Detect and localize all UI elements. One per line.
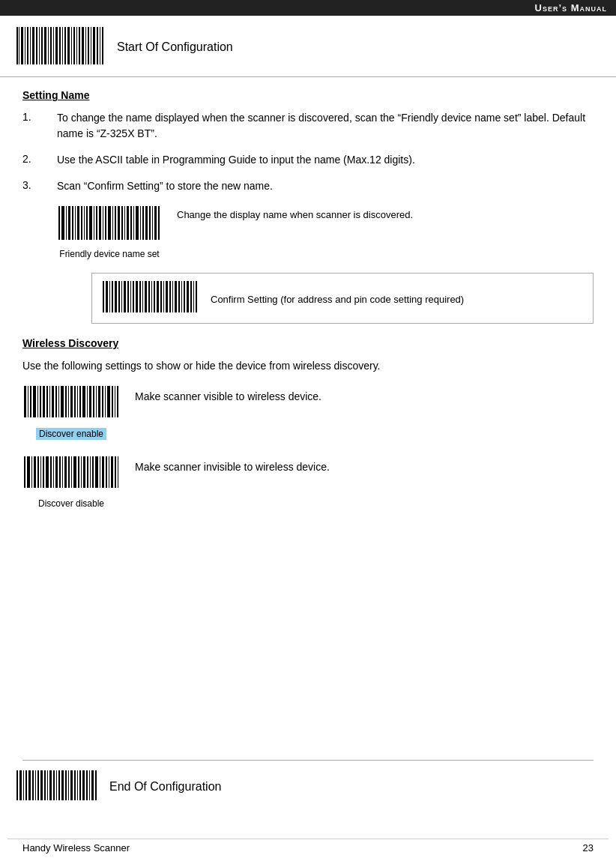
svg-rect-136 bbox=[53, 456, 54, 488]
svg-rect-24 bbox=[85, 27, 86, 64]
friendly-barcode-label: Friendly device name set bbox=[59, 249, 159, 259]
svg-rect-0 bbox=[16, 27, 18, 64]
svg-rect-154 bbox=[109, 456, 109, 488]
svg-rect-184 bbox=[95, 770, 97, 800]
svg-rect-73 bbox=[130, 281, 131, 312]
svg-rect-141 bbox=[68, 456, 70, 488]
svg-rect-103 bbox=[46, 386, 48, 417]
svg-rect-12 bbox=[50, 27, 52, 64]
svg-rect-74 bbox=[133, 281, 134, 312]
svg-rect-89 bbox=[178, 281, 180, 312]
svg-rect-71 bbox=[124, 281, 126, 312]
svg-rect-45 bbox=[103, 206, 103, 240]
svg-rect-100 bbox=[37, 386, 38, 417]
svg-rect-86 bbox=[169, 281, 171, 312]
svg-rect-7 bbox=[36, 27, 37, 64]
svg-rect-56 bbox=[136, 206, 139, 240]
confirm-barcode-desc: Confirm Setting (for address and pin cod… bbox=[211, 289, 464, 307]
svg-rect-161 bbox=[25, 770, 27, 800]
svg-rect-21 bbox=[76, 27, 77, 64]
svg-rect-146 bbox=[83, 456, 85, 488]
svg-rect-147 bbox=[87, 456, 88, 488]
svg-rect-133 bbox=[43, 456, 44, 488]
discover-enable-label: Discover enable bbox=[36, 428, 106, 440]
config-end-label: End Of Configuration bbox=[109, 780, 221, 794]
friendly-barcode-row: Friendly device name set Change the disp… bbox=[57, 205, 594, 259]
confirm-barcode-svg bbox=[101, 280, 199, 317]
friendly-barcode-col: Friendly device name set bbox=[57, 205, 162, 259]
svg-rect-162 bbox=[28, 770, 31, 800]
step-1: 1. To change the name displayed when the… bbox=[22, 110, 594, 142]
svg-rect-181 bbox=[86, 770, 88, 800]
svg-rect-25 bbox=[88, 27, 89, 64]
svg-rect-176 bbox=[70, 770, 73, 800]
svg-rect-65 bbox=[106, 281, 108, 312]
svg-rect-76 bbox=[139, 281, 141, 312]
svg-rect-182 bbox=[89, 770, 90, 800]
svg-rect-164 bbox=[35, 770, 36, 800]
svg-rect-80 bbox=[151, 281, 152, 312]
setting-name-title: Setting Name bbox=[22, 89, 594, 101]
step-3-text: Scan “Confirm Setting” to store the new … bbox=[57, 178, 273, 194]
svg-rect-29 bbox=[100, 27, 100, 64]
svg-rect-96 bbox=[24, 386, 26, 417]
svg-rect-68 bbox=[115, 281, 117, 312]
svg-rect-26 bbox=[91, 27, 91, 64]
svg-rect-4 bbox=[27, 27, 28, 64]
svg-rect-108 bbox=[61, 386, 64, 417]
svg-rect-172 bbox=[58, 770, 60, 800]
svg-rect-41 bbox=[89, 206, 92, 240]
main-content: Setting Name 1. To change the name displ… bbox=[0, 77, 616, 531]
svg-rect-98 bbox=[30, 386, 31, 417]
friendly-barcode-section: Friendly device name set Change the disp… bbox=[57, 205, 594, 324]
svg-rect-30 bbox=[102, 27, 103, 64]
svg-rect-8 bbox=[39, 27, 40, 64]
svg-rect-63 bbox=[158, 206, 160, 240]
svg-rect-116 bbox=[87, 386, 88, 417]
svg-rect-75 bbox=[136, 281, 138, 312]
svg-rect-125 bbox=[115, 386, 115, 417]
svg-rect-178 bbox=[77, 770, 78, 800]
svg-rect-120 bbox=[98, 386, 100, 417]
svg-rect-87 bbox=[172, 281, 173, 312]
svg-rect-92 bbox=[187, 281, 189, 312]
svg-rect-183 bbox=[91, 770, 94, 800]
svg-rect-34 bbox=[68, 206, 70, 240]
svg-rect-28 bbox=[97, 27, 98, 64]
svg-rect-169 bbox=[49, 770, 52, 800]
svg-rect-101 bbox=[40, 386, 41, 417]
svg-rect-123 bbox=[107, 386, 110, 417]
step-2-text: Use the ASCII table in Programming Guide… bbox=[57, 152, 415, 168]
svg-rect-131 bbox=[37, 456, 39, 488]
svg-rect-155 bbox=[111, 456, 113, 488]
svg-rect-121 bbox=[102, 386, 103, 417]
svg-rect-144 bbox=[78, 456, 79, 488]
svg-rect-17 bbox=[64, 27, 66, 64]
svg-rect-2 bbox=[21, 27, 23, 64]
svg-rect-72 bbox=[127, 281, 129, 312]
config-end-row: End Of Configuration bbox=[0, 761, 616, 812]
svg-rect-149 bbox=[92, 456, 94, 488]
svg-rect-134 bbox=[46, 456, 49, 488]
svg-rect-5 bbox=[30, 27, 31, 64]
svg-rect-52 bbox=[124, 206, 125, 240]
svg-rect-117 bbox=[89, 386, 91, 417]
svg-rect-61 bbox=[152, 206, 153, 240]
svg-rect-55 bbox=[133, 206, 134, 240]
svg-rect-119 bbox=[96, 386, 97, 417]
svg-rect-31 bbox=[58, 206, 60, 240]
svg-rect-179 bbox=[79, 770, 81, 800]
svg-rect-67 bbox=[112, 281, 113, 312]
svg-rect-160 bbox=[23, 770, 24, 800]
svg-rect-38 bbox=[81, 206, 82, 240]
svg-rect-138 bbox=[59, 456, 61, 488]
svg-rect-97 bbox=[28, 386, 28, 417]
config-start-label: Start Of Configuration bbox=[117, 40, 233, 54]
svg-rect-132 bbox=[40, 456, 41, 488]
svg-rect-82 bbox=[157, 281, 159, 312]
svg-rect-148 bbox=[90, 456, 91, 488]
discover-disable-label: Discover disable bbox=[38, 498, 104, 509]
svg-rect-94 bbox=[193, 281, 194, 312]
step-2: 2. Use the ASCII table in Programming Gu… bbox=[22, 152, 594, 168]
discover-disable-desc: Make scanner invisible to wireless devic… bbox=[135, 455, 330, 475]
